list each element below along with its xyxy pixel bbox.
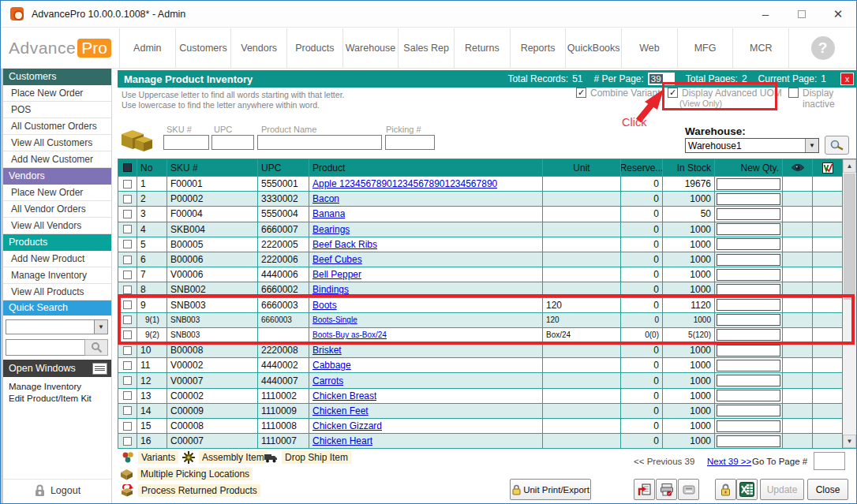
sidebar-item-pos[interactable]: POS <box>3 102 111 118</box>
sidebar-item-add-new-product[interactable]: Add New Product <box>3 251 111 267</box>
chevron-down-icon[interactable]: ▼ <box>805 139 818 152</box>
print-button[interactable] <box>656 479 677 500</box>
row-checkbox[interactable] <box>123 346 132 355</box>
sidebar-item-add-new-customer[interactable]: Add New Customer <box>3 151 111 168</box>
product-link[interactable]: Chicken Gizzard <box>312 420 382 431</box>
new-qty-input[interactable] <box>717 345 780 357</box>
product-link[interactable]: Boots <box>312 300 337 311</box>
new-qty-input[interactable] <box>717 329 780 341</box>
export-excel-button[interactable] <box>736 479 758 500</box>
new-qty-input[interactable] <box>717 193 780 205</box>
product-link[interactable]: Bindings <box>312 284 349 295</box>
new-qty-input[interactable] <box>717 178 780 190</box>
row-checkbox[interactable] <box>123 437 132 446</box>
product-link[interactable]: Bearings <box>312 224 350 235</box>
product-link[interactable]: Carrots <box>312 375 343 386</box>
product-link[interactable]: Banana <box>312 208 345 219</box>
nav-products[interactable]: Products <box>286 28 342 68</box>
scroll-down-icon[interactable]: ▼ <box>843 435 856 448</box>
nav-admin[interactable]: Admin <box>119 28 175 68</box>
nav-returns[interactable]: Returns <box>454 28 510 68</box>
product-link[interactable]: Apple 123456789012345678901234567890 <box>312 178 497 189</box>
nav-warehouse[interactable]: Warehouse <box>342 28 399 68</box>
nav-sales-rep[interactable]: Sales Rep <box>398 28 454 68</box>
new-qty-input[interactable] <box>717 223 780 235</box>
display-inactive-checkbox[interactable] <box>788 88 799 98</box>
sidebar-item-all-vendor-orders[interactable]: All Vendor Orders <box>3 201 111 218</box>
row-checkbox[interactable] <box>123 330 132 339</box>
new-qty-input[interactable] <box>717 435 780 447</box>
unit-print-export-button[interactable]: Unit Print/Export <box>510 479 591 500</box>
table-scrollbar[interactable]: ▲ ▼ <box>842 159 856 448</box>
transfer-log-button[interactable] <box>634 479 655 500</box>
row-checkbox[interactable] <box>123 361 132 370</box>
nav-mfg[interactable]: MFG <box>677 28 733 68</box>
help-icon[interactable]: ? <box>811 36 835 60</box>
combine-variants-checkbox[interactable]: ✓ <box>576 88 586 98</box>
sidebar-item-place-new-order-vendor[interactable]: Place New Order <box>3 185 111 201</box>
new-qty-input[interactable] <box>717 238 780 250</box>
new-qty-input[interactable] <box>717 375 780 386</box>
quick-search-dropdown[interactable]: ▼ <box>6 319 108 334</box>
nav-quickbooks[interactable]: QuickBooks <box>565 28 621 68</box>
window-list-icon[interactable] <box>92 363 107 375</box>
new-qty-input[interactable] <box>717 254 780 266</box>
row-checkbox[interactable] <box>123 240 132 248</box>
row-checkbox[interactable] <box>123 286 132 294</box>
sidebar-item-manage-inventory[interactable]: Manage Inventory <box>3 267 111 284</box>
nav-mcr[interactable]: MCR <box>732 28 788 68</box>
product-link[interactable]: Boots-Buy as-Box/24 <box>312 330 387 339</box>
scrollbar-thumb[interactable] <box>844 174 855 300</box>
update-button[interactable]: Update <box>760 479 804 500</box>
scroll-up-icon[interactable]: ▲ <box>843 159 856 173</box>
warehouse-dropdown[interactable]: Warehouse1 ▼ <box>685 138 819 153</box>
product-link[interactable]: Boots-Single <box>312 315 357 324</box>
sku-search-input[interactable] <box>163 135 209 150</box>
close-window-button[interactable]: ✕ <box>820 1 856 27</box>
product-link[interactable]: Brisket <box>312 345 342 356</box>
next-page-link[interactable]: Next 39 >> <box>707 457 751 466</box>
per-page-input[interactable]: 39 <box>648 73 675 85</box>
logout-button[interactable]: Logout <box>3 479 111 497</box>
sidebar-item-view-all-vendors[interactable]: View All Vendors <box>3 218 111 234</box>
upc-search-input[interactable] <box>211 135 254 150</box>
row-checkbox[interactable] <box>123 195 132 203</box>
new-qty-input[interactable] <box>717 420 780 432</box>
product-link[interactable]: Cabbage <box>312 360 351 371</box>
row-checkbox[interactable] <box>123 210 132 218</box>
row-checkbox[interactable] <box>123 406 132 415</box>
chevron-down-icon[interactable]: ▼ <box>94 320 107 334</box>
new-qty-input[interactable] <box>717 299 780 311</box>
product-link[interactable]: Chicken Heart <box>312 435 372 446</box>
nav-vendors[interactable]: Vendors <box>230 28 286 68</box>
quick-search-input[interactable] <box>6 339 84 356</box>
sidebar-item-all-customer-orders[interactable]: All Customer Orders <box>3 118 111 135</box>
row-checkbox[interactable] <box>123 256 132 264</box>
product-link[interactable]: Chicken Breast <box>312 390 376 401</box>
new-qty-input[interactable] <box>717 284 780 296</box>
sidebar-item-view-all-customers[interactable]: View All Customers <box>3 135 111 151</box>
new-qty-input[interactable] <box>717 405 780 416</box>
maximize-button[interactable] <box>784 1 820 27</box>
new-qty-input[interactable] <box>717 314 780 326</box>
row-checkbox[interactable] <box>123 315 132 324</box>
row-checkbox[interactable] <box>123 391 132 400</box>
picking-search-input[interactable] <box>385 135 435 150</box>
open-window-item[interactable]: Manage Inventory <box>9 381 106 393</box>
close-button[interactable]: Close <box>807 479 848 500</box>
new-qty-input[interactable] <box>717 390 780 401</box>
previous-page-link[interactable]: << Previous 39 <box>634 457 694 466</box>
new-qty-input[interactable] <box>717 360 780 371</box>
open-window-item[interactable]: Edit Product/Item Kit <box>9 393 106 405</box>
warehouse-search-button[interactable] <box>825 136 849 155</box>
product-name-search-input[interactable] <box>257 135 382 150</box>
row-checkbox[interactable] <box>123 376 132 385</box>
row-checkbox[interactable] <box>123 180 132 189</box>
product-link[interactable]: Bell Pepper <box>312 269 361 280</box>
quick-search-button[interactable] <box>84 339 108 356</box>
new-qty-input[interactable] <box>717 269 780 281</box>
row-checkbox[interactable] <box>123 422 132 431</box>
nav-customers[interactable]: Customers <box>175 28 231 68</box>
goto-page-input[interactable] <box>814 452 845 470</box>
lock-button[interactable] <box>715 479 736 500</box>
